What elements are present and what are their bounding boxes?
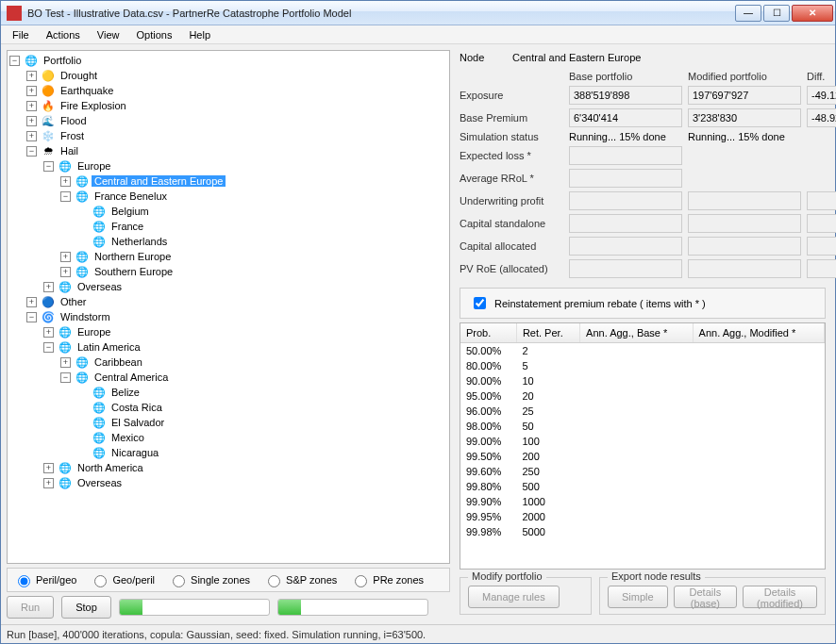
tree-hail-se[interactable]: Southern Europe (92, 266, 176, 277)
tree-central-america[interactable]: Central America (92, 372, 171, 383)
tree-hail-europe[interactable]: Europe (75, 160, 113, 172)
table-row[interactable]: 50.00%2 (460, 342, 825, 358)
radio-spzones[interactable]: S&P zones (259, 572, 341, 587)
uwp-diff (807, 191, 836, 210)
run-button[interactable]: Run (7, 596, 54, 619)
tree-flood[interactable]: Flood (58, 115, 90, 126)
probability-table[interactable]: Prob. Ret. Per. Ann. Agg., Base * Ann. A… (460, 322, 826, 570)
table-row[interactable]: 99.50%200 (460, 449, 825, 464)
sim-mod: Running... 15% done (688, 131, 801, 142)
progress-modified (277, 599, 428, 616)
row-avgrrol-label: Average RRoL * (460, 173, 563, 184)
menu-actions[interactable]: Actions (39, 27, 88, 42)
tree-frost[interactable]: Frost (58, 130, 87, 141)
metrics-grid: Base portfolio Modified portfolio Diff. … (456, 69, 829, 280)
capal-diff (807, 237, 836, 256)
tree-hail-francebenelux[interactable]: France Benelux (92, 190, 170, 202)
col-aggbase[interactable]: Ann. Agg., Base * (580, 323, 694, 342)
table-row[interactable]: 99.60%250 (460, 464, 825, 479)
row-basepremium-label: Base Premium (460, 112, 563, 124)
export-details-mod-button[interactable]: Details (modified) (743, 586, 817, 608)
pvroe-base (569, 259, 682, 278)
maximize-button[interactable] (763, 5, 790, 22)
status-text: Run [base], 400'000 iterations, copula: … (7, 629, 426, 640)
table-row[interactable]: 99.90%1000 (460, 494, 825, 509)
globe-icon: 🌐 (92, 401, 107, 414)
reinstatement-label: Reinstatement premium rebate ( items wit… (494, 298, 706, 309)
tree-earthquake[interactable]: Earthquake (58, 85, 116, 96)
app-icon (7, 6, 22, 21)
col-mod: Modified portfolio (688, 71, 801, 82)
basepremium-diff (807, 108, 836, 127)
col-retper[interactable]: Ret. Per. (516, 323, 579, 342)
menu-file[interactable]: File (5, 27, 37, 42)
col-base: Base portfolio (569, 71, 682, 82)
globe-icon: 🌐 (75, 250, 90, 263)
peril-icon: 🔥 (41, 99, 56, 112)
table-row[interactable]: 99.80%500 (460, 479, 825, 494)
tree-caribbean[interactable]: Caribbean (92, 356, 145, 368)
tree-netherlands[interactable]: Netherlands (109, 236, 170, 247)
tree-belgium[interactable]: Belgium (109, 206, 152, 217)
group-modify-label: Modify portfolio (468, 570, 546, 582)
tree-other[interactable]: Other (58, 296, 90, 307)
minimize-button[interactable] (735, 5, 761, 22)
peril-icon: 🟡 (41, 69, 56, 82)
tree-wind-ov[interactable]: Overseas (75, 477, 125, 488)
tree-mexico[interactable]: Mexico (109, 432, 147, 443)
table-row[interactable]: 99.00%100 (460, 434, 825, 449)
table-row[interactable]: 90.00%10 (460, 373, 825, 388)
portfolio-tree[interactable]: −🌐Portfolio +🟡Drought +🟠Earthquake +🔥Fir… (7, 50, 450, 564)
radio-singlezones[interactable]: Single zones (164, 572, 254, 587)
pvroe-mod (688, 259, 801, 278)
tree-costarica[interactable]: Costa Rica (109, 402, 165, 413)
tree-portfolio[interactable]: Portfolio (41, 55, 84, 66)
tree-wind-europe[interactable]: Europe (75, 326, 113, 338)
globe-icon: 🌐 (58, 280, 73, 293)
tree-nicaragua[interactable]: Nicaragua (109, 447, 161, 458)
tree-hail-overseas[interactable]: Overseas (75, 281, 125, 292)
table-row[interactable]: 99.98%5000 (460, 524, 825, 539)
capsa-mod (688, 214, 801, 233)
export-simple-button[interactable]: Simple (608, 586, 668, 608)
tree-drought[interactable]: Drought (58, 70, 100, 81)
close-button[interactable] (792, 5, 833, 22)
menu-options[interactable]: Options (128, 27, 179, 42)
tree-hail-cee[interactable]: Central and Eastern Europe (92, 175, 226, 187)
tree-wind-la[interactable]: Latin America (75, 341, 143, 353)
avgrrol-base (569, 169, 682, 188)
table-row[interactable]: 80.00%5 (460, 358, 825, 373)
tree-wind-na[interactable]: North America (75, 462, 146, 473)
tree-elsalvador[interactable]: El Salvador (109, 417, 167, 428)
table-row[interactable]: 99.95%2000 (460, 509, 825, 524)
table-row[interactable]: 95.00%20 (460, 388, 825, 404)
manage-rules-button[interactable]: Manage rules (468, 586, 560, 608)
menu-view[interactable]: View (90, 27, 127, 42)
peril-icon: 🌀 (41, 310, 56, 323)
capal-base (569, 237, 682, 256)
capsa-base (569, 214, 682, 233)
row-capsa-label: Capital standalone (460, 218, 563, 229)
reinstatement-checkbox[interactable] (474, 297, 486, 309)
col-aggmod[interactable]: Ann. Agg., Modified * (693, 323, 824, 342)
exposure-diff (807, 86, 836, 105)
tree-belize[interactable]: Belize (109, 387, 142, 398)
tree-windstorm[interactable]: Windstorm (58, 311, 113, 322)
menu-help[interactable]: Help (181, 27, 218, 42)
tree-hail-ne[interactable]: Northern Europe (92, 251, 174, 262)
col-prob[interactable]: Prob. (460, 323, 516, 342)
table-row[interactable]: 96.00%25 (460, 404, 825, 419)
radio-geoperil[interactable]: Geo/peril (86, 572, 159, 587)
peril-icon: 🌨 (41, 144, 56, 157)
tree-hail[interactable]: Hail (58, 145, 81, 157)
radio-prezones[interactable]: PRe zones (346, 572, 427, 587)
stop-button[interactable]: Stop (61, 596, 111, 619)
table-row[interactable]: 98.00%50 (460, 419, 825, 434)
radio-perilgeo[interactable]: Peril/geo (9, 572, 80, 587)
node-label: Node (460, 52, 507, 63)
tree-france[interactable]: France (109, 221, 146, 232)
col-diff: Diff. (807, 71, 836, 82)
tree-fireexplosion[interactable]: Fire Explosion (58, 100, 129, 111)
export-details-base-button[interactable]: Details (base) (674, 586, 737, 608)
capal-mod (688, 237, 801, 256)
